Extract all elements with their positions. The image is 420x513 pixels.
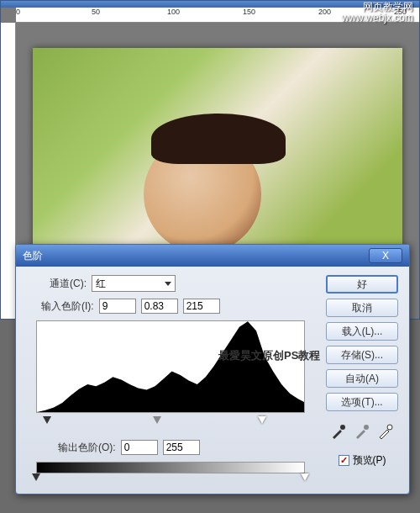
ruler-tick: 200 xyxy=(318,8,331,16)
output-levels-label: 输出色阶(O): xyxy=(58,441,116,455)
ruler-tick: 100 xyxy=(167,8,180,16)
output-gradient xyxy=(36,462,305,473)
ruler-vertical[interactable] xyxy=(1,23,16,319)
input-white-field[interactable] xyxy=(183,299,220,314)
histogram-chart xyxy=(37,320,305,412)
output-slider[interactable] xyxy=(36,473,305,485)
svg-point-2 xyxy=(364,425,369,430)
histogram xyxy=(36,320,305,413)
gray-eyedropper-icon[interactable] xyxy=(354,423,370,440)
dialog-sidebar: 好 取消 载入(L)... 存储(S)... 自动(A) 选项(T)... ✓ … xyxy=(323,275,401,485)
white-eyedropper-icon[interactable] xyxy=(377,423,394,440)
svg-point-1 xyxy=(340,425,345,430)
channel-value: 红 xyxy=(96,277,106,291)
preview-label: 预览(P) xyxy=(353,453,386,468)
svg-marker-0 xyxy=(37,321,305,412)
save-button[interactable]: 存储(S)... xyxy=(326,346,398,364)
preview-checkbox-row[interactable]: ✓ 预览(P) xyxy=(339,453,386,468)
output-white-handle[interactable] xyxy=(301,473,309,481)
ruler-tick: 50 xyxy=(92,8,100,16)
eyedropper-group xyxy=(330,423,394,440)
auto-button[interactable]: 自动(A) xyxy=(326,369,398,388)
black-point-handle[interactable] xyxy=(43,416,51,424)
watermark-tutorial: 最愛昊文原创PS教程 xyxy=(218,348,320,363)
dialog-titlebar[interactable]: 色阶 X xyxy=(16,245,409,267)
channel-label: 通道(C): xyxy=(50,277,87,291)
ruler-tick: 150 xyxy=(243,8,255,16)
load-button[interactable]: 载入(L)... xyxy=(326,322,398,341)
midpoint-handle[interactable] xyxy=(153,416,161,424)
input-mid-field[interactable] xyxy=(141,299,178,314)
levels-dialog: 色阶 X 通道(C): 红 输入色阶(I): xyxy=(15,244,410,494)
output-black-field[interactable] xyxy=(121,440,158,455)
watermark-url: www.webjx.com xyxy=(342,13,413,24)
output-black-handle[interactable] xyxy=(32,473,40,481)
options-button[interactable]: 选项(T)... xyxy=(326,393,398,411)
svg-point-3 xyxy=(387,425,392,430)
image-canvas[interactable] xyxy=(33,48,402,267)
output-white-field[interactable] xyxy=(163,440,200,455)
white-point-handle[interactable] xyxy=(258,416,266,424)
input-black-field[interactable] xyxy=(99,299,136,314)
checkbox-icon[interactable]: ✓ xyxy=(339,455,349,466)
black-eyedropper-icon[interactable] xyxy=(330,423,347,440)
watermark-top-right: 网页教学网 www.webjx.com xyxy=(342,2,413,24)
input-levels-label: 输入色阶(I): xyxy=(41,299,94,314)
cancel-button[interactable]: 取消 xyxy=(326,299,398,317)
close-button[interactable]: X xyxy=(369,248,402,263)
channel-select[interactable]: 红 xyxy=(92,275,176,292)
input-slider[interactable] xyxy=(36,416,305,428)
ruler-tick: 0 xyxy=(16,8,20,16)
dialog-body: 通道(C): 红 输入色阶(I): 输出色阶(O): xyxy=(16,267,409,494)
photo-child xyxy=(33,48,402,267)
ok-button[interactable]: 好 xyxy=(326,275,398,294)
dialog-main: 通道(C): 红 输入色阶(I): 输出色阶(O): xyxy=(24,275,323,485)
chevron-down-icon xyxy=(165,282,171,286)
dialog-title: 色阶 xyxy=(23,249,369,263)
